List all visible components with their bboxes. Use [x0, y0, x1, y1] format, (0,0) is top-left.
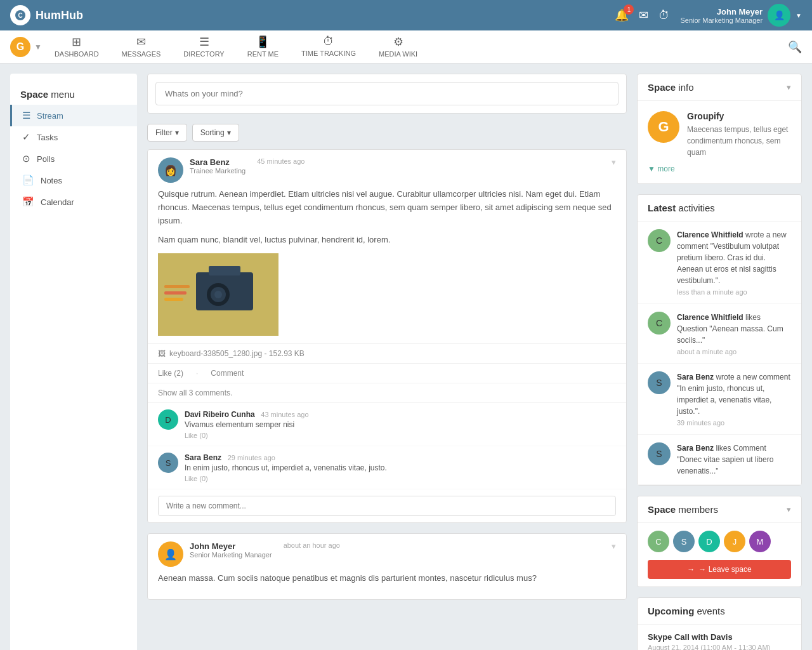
- post-paragraph-1-1: Quisque rutrum. Aenean imperdiet. Etiam …: [158, 188, 616, 227]
- sorting-label: Sorting: [200, 128, 225, 137]
- activity-text-1: Clarence Whitfield wrote a new comment "…: [677, 229, 791, 286]
- post-image-1: [158, 253, 278, 336]
- upcoming-title-light: events: [694, 606, 724, 616]
- post-author-role-1: Trainee Marketing: [190, 167, 246, 175]
- comment-author-1-1: Davi Ribeiro Cunha: [185, 410, 255, 419]
- space-members-body: C S D J M → → Leave space: [638, 523, 801, 587]
- mediawiki-icon: ⚙: [393, 35, 403, 49]
- activity-text-4: Sara Benz likes Comment "Donec vitae sap…: [677, 442, 791, 477]
- like-button-1[interactable]: Like (2): [158, 369, 183, 378]
- logo-text: HumHub: [36, 9, 83, 22]
- comment-body-1-2: Sara Benz 29 minutes ago In enim justo, …: [185, 453, 616, 482]
- space-info-header: Space info ▾: [638, 74, 801, 101]
- polls-icon: ⊙: [22, 153, 30, 164]
- comment-button-1[interactable]: Comment: [211, 369, 244, 378]
- space-info-chevron[interactable]: ▾: [787, 83, 791, 92]
- space-members-header: Space members ▾: [638, 496, 801, 523]
- activity-time-3: 39 minutes ago: [677, 419, 791, 427]
- post-author-info-2: John Meyer Senior Marketing Manager: [190, 541, 272, 559]
- nav-messages-label: MESSAGES: [122, 50, 161, 58]
- latest-title-strong: Latest: [648, 202, 676, 213]
- sidebar-item-tasks[interactable]: ✓ Tasks: [10, 126, 137, 148]
- members-avatars: C S D J M: [648, 531, 791, 552]
- leave-space-button[interactable]: → → Leave space: [648, 560, 791, 579]
- nav-item-rentme[interactable]: 📱 RENT ME: [237, 30, 289, 64]
- comment-1-2: S Sara Benz 29 minutes ago In enim justo…: [148, 446, 626, 489]
- nav-item-messages[interactable]: ✉ MESSAGES: [112, 30, 171, 64]
- space-caret[interactable]: ▼: [34, 43, 42, 51]
- nav-item-directory[interactable]: ☰ DIRECTORY: [173, 30, 234, 64]
- sub-navigation: G ▼ ⊞ DASHBOARD ✉ MESSAGES ☰ DIRECTORY 📱…: [0, 30, 812, 63]
- nav-item-mediawiki[interactable]: ⚙ MEDIA WIKI: [369, 30, 428, 64]
- timetracking-icon: ⏱: [323, 35, 334, 48]
- event-title-1: Skype Call with Davis: [648, 632, 791, 642]
- sidebar-item-notes[interactable]: 📄 Notes: [10, 169, 137, 191]
- user-dropdown-caret[interactable]: ▼: [796, 12, 802, 19]
- members-title-light: members: [676, 504, 718, 515]
- space-info-title-strong: Space: [648, 82, 676, 93]
- comment-text-1-1: Vivamus elementum semper nisi: [185, 420, 616, 429]
- nav-timetracking-label: TIME TRACKING: [301, 50, 356, 57]
- post-author-name-2: John Meyer: [190, 541, 272, 551]
- nav-dashboard-label: DASHBOARD: [55, 50, 99, 58]
- space-description: Maecenas tempus, tellus eget condimentum…: [687, 124, 791, 158]
- sidebar-label-notes: Notes: [41, 176, 62, 185]
- nav-item-timetracking[interactable]: ⏱ TIME TRACKING: [291, 30, 366, 63]
- main-layout: Space menu ☰ Stream ✓ Tasks ⊙ Polls 📄 No…: [0, 63, 812, 650]
- space-selector[interactable]: G: [10, 37, 30, 57]
- search-button[interactable]: 🔍: [788, 40, 802, 54]
- logo-area: C HumHub: [10, 5, 83, 25]
- post-header-1: 👩 Sara Benz Trainee Marketing 45 minutes…: [148, 150, 626, 188]
- member-avatar-4[interactable]: J: [724, 531, 745, 552]
- post-collapse-1[interactable]: ▾: [612, 157, 616, 167]
- notifications-button[interactable]: 🔔 1: [615, 8, 629, 22]
- member-avatar-2[interactable]: S: [673, 531, 695, 552]
- comment-like-1-2[interactable]: Like (0): [185, 475, 616, 482]
- activity-content-3: Sara Benz wrote a new comment "In enim j…: [677, 371, 791, 427]
- top-navigation: C HumHub 🔔 1 ✉ ⏱ John Meyer Senior Marke…: [0, 0, 812, 30]
- sidebar-label-polls: Polls: [37, 154, 55, 164]
- nav-item-dashboard[interactable]: ⊞ DASHBOARD: [44, 30, 109, 64]
- user-avatar[interactable]: 👤: [768, 4, 790, 27]
- member-avatar-3[interactable]: D: [698, 531, 720, 552]
- svg-rect-9: [164, 291, 187, 295]
- activity-name-4: Sara Benz: [677, 444, 714, 453]
- comment-author-1-2: Sara Benz: [185, 453, 221, 462]
- comment-avatar-1-1: D: [158, 409, 178, 430]
- stream-icon: ☰: [22, 110, 30, 121]
- svg-rect-10: [164, 298, 183, 301]
- upcoming-events-card: Upcoming events Skype Call with Davis Au…: [637, 597, 802, 650]
- directory-icon: ☰: [199, 35, 209, 49]
- user-name: John Meyer: [680, 7, 763, 17]
- comment-text-1-2: In enim justo, rhoncus ut, imperdiet a, …: [185, 463, 616, 472]
- show-all-comments-1[interactable]: Show all 3 comments.: [148, 383, 626, 403]
- comment-time-1-2: 29 minutes ago: [228, 454, 275, 461]
- messages-button[interactable]: ✉: [639, 8, 648, 22]
- latest-activities-title: Latest activities: [648, 202, 715, 213]
- comment-input-1[interactable]: [158, 496, 616, 516]
- sidebar-item-calendar[interactable]: 📅 Calendar: [10, 191, 137, 213]
- user-info: John Meyer Senior Marketing Manager 👤 ▼: [680, 4, 802, 27]
- filter-button[interactable]: Filter ▾: [147, 124, 187, 142]
- space-members-card: Space members ▾ C S D J M → → Leave spac…: [637, 496, 802, 587]
- post-author-name-1: Sara Benz: [190, 157, 246, 167]
- sorting-button[interactable]: Sorting ▾: [192, 124, 239, 142]
- post-collapse-2[interactable]: ▾: [612, 541, 616, 551]
- right-panel: Space info ▾ G Groupify Maecenas tempus,…: [637, 74, 802, 650]
- member-avatar-1[interactable]: C: [648, 531, 669, 552]
- svg-point-7: [214, 291, 222, 298]
- leave-icon: →: [687, 565, 695, 574]
- event-item-1: Skype Call with Davis August 21, 2014 (1…: [638, 625, 801, 650]
- comment-like-1-1[interactable]: Like (0): [185, 432, 616, 439]
- post-attachment-1: 🖼 keyboard-338505_1280.jpg - 152.93 KB: [148, 343, 626, 363]
- member-avatar-5[interactable]: M: [749, 531, 771, 552]
- space-members-chevron[interactable]: ▾: [787, 505, 791, 514]
- sidebar-item-polls[interactable]: ⊙ Polls: [10, 148, 137, 169]
- post-paragraph-1-2: Nam quam nunc, blandit vel, luctus pulvi…: [158, 234, 616, 247]
- compose-input[interactable]: [155, 82, 619, 105]
- sidebar-item-stream[interactable]: ☰ Stream: [10, 105, 137, 126]
- help-button[interactable]: ⏱: [658, 9, 670, 22]
- sidebar-label-calendar: Calendar: [41, 197, 74, 207]
- sidebar-title-light: menu: [48, 89, 75, 100]
- space-more-link[interactable]: ▼ more: [648, 164, 791, 173]
